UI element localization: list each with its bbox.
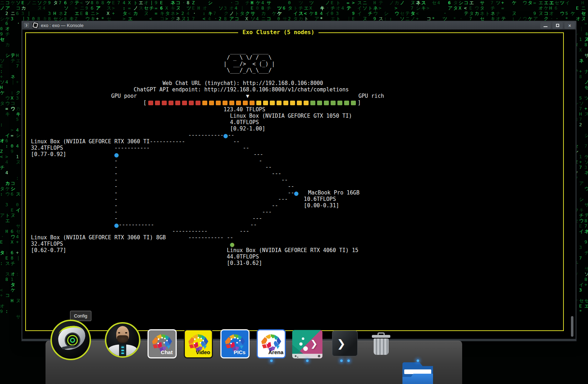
terminal-header-text: _____ _____ / _ \ \/ / _ \ | __/> < (_) … <box>31 48 384 99</box>
gpu-scale-block <box>162 101 167 105</box>
maximize-icon <box>556 24 559 27</box>
close-icon: ✕ <box>568 23 571 28</box>
gpu-scale-block <box>331 101 336 105</box>
konsole-window: ❯ exo : exo — Konsole ✕ Exo Cluster (5 n… <box>21 21 577 341</box>
app-pics-icon[interactable]: PICs <box>220 329 250 358</box>
gpu-scale-block <box>277 101 282 105</box>
gpu-scale-block <box>175 101 180 105</box>
gpu-scale-block <box>344 101 349 105</box>
app-label: Arena <box>268 349 284 355</box>
gpu-scale-block <box>270 101 275 105</box>
maximize-button[interactable] <box>552 22 563 29</box>
kde-taskbar-stripe <box>292 354 322 358</box>
scrollbar-handle[interactable] <box>571 316 573 337</box>
konsole-launcher-icon[interactable]: ❯ <box>332 331 358 356</box>
gpu-bar-left-bracket: [ <box>143 100 146 106</box>
gpu-scale-block <box>155 101 160 105</box>
gpu-scale-block <box>297 101 302 105</box>
app-label: Video <box>196 349 210 355</box>
gpu-scale-block <box>209 101 214 105</box>
node-dot-blue: ● <box>114 221 119 229</box>
node-dot-blue: ● <box>294 189 299 197</box>
man-chest <box>119 345 126 356</box>
gpu-bar-blocks <box>148 101 356 105</box>
file-manager-icon[interactable] <box>402 362 433 384</box>
window-title: exo : exo — Konsole <box>41 23 84 28</box>
gpu-scale-block <box>304 101 309 105</box>
gpu-scale-block <box>337 101 342 105</box>
app-label: PICs <box>234 349 245 355</box>
gpu-bar-right-bracket: ] <box>358 100 361 106</box>
robot-avatar-icon[interactable] <box>50 320 91 360</box>
node-dot-green: ● <box>230 240 234 249</box>
gpu-scale-block <box>229 101 234 105</box>
gpu-scale-block <box>196 101 201 105</box>
terminal-screen[interactable]: Exo Cluster (5 nodes) _____ _____ / _ \ … <box>22 30 576 339</box>
cluster-title: Exo Cluster (5 nodes) <box>238 30 319 36</box>
gpu-scale-block <box>250 101 255 105</box>
terminal-prompt-icon: ❯ <box>337 336 346 351</box>
close-button[interactable]: ✕ <box>565 22 575 29</box>
minimize-button[interactable] <box>540 22 551 29</box>
gpu-scale-block <box>290 101 295 105</box>
app-video-icon[interactable]: Video <box>184 329 213 358</box>
man-beard <box>117 335 128 343</box>
konsole-icon <box>32 22 38 28</box>
running-indicator-dot <box>347 359 350 362</box>
gpu-scale-block <box>202 101 207 105</box>
gpu-scale-block <box>263 101 268 105</box>
running-indicator-dot <box>306 359 309 362</box>
gpu-scale-block <box>223 101 228 105</box>
gpu-scale-block <box>216 101 221 105</box>
minimize-icon <box>544 26 547 27</box>
window-titlebar[interactable]: ❯ exo : exo — Konsole ✕ <box>22 21 576 30</box>
gpu-scale-block <box>169 101 173 105</box>
man-avatar-icon[interactable] <box>105 322 140 358</box>
gpu-scale-block <box>243 101 248 105</box>
titlebar-menu-button[interactable]: ❯ <box>23 22 30 28</box>
chevron-right-icon: ❯ <box>25 23 27 27</box>
gpu-scale-bar: [] <box>31 100 361 106</box>
gpu-scale-block <box>182 101 187 105</box>
man-eyes <box>118 332 127 334</box>
gpu-scale-block <box>317 101 322 105</box>
kde-app-icon[interactable]: ❯ <box>292 330 322 358</box>
node-dot-blue: ● <box>114 150 119 159</box>
app-label: Chat <box>161 349 172 355</box>
app-arena-icon[interactable]: Arena <box>257 329 286 358</box>
gpu-scale-block <box>324 101 329 105</box>
cluster-topology: 123.40 TFLOPS Linux Box (NVIDIA GEFORCE … <box>31 106 359 266</box>
gpu-scale-block <box>189 101 194 105</box>
gpu-scale-block <box>310 101 315 105</box>
running-indicator-dot <box>340 359 343 362</box>
chevron-right-icon: ❯ <box>310 337 317 350</box>
gpu-scale-block <box>256 101 261 105</box>
app-chat-icon[interactable]: Chat <box>148 329 177 358</box>
dock: Chat Video PICs Arena❯ ❯ <box>46 341 462 384</box>
gpu-scale-block <box>148 101 153 105</box>
running-indicator-dot <box>417 359 419 362</box>
trash-icon[interactable] <box>370 332 392 356</box>
gpu-scale-block <box>236 101 241 105</box>
gpu-scale-block <box>351 101 356 105</box>
running-indicator-dot <box>270 359 273 362</box>
desktop: ニノシコア2ケケニ3ソコ6Eカ3｜ノ｜3ニ0ソヌ8ク4キ938タHセ7ネシ6ソ2… <box>0 0 588 384</box>
node-dot-blue: ● <box>224 131 228 140</box>
gpu-scale-block <box>283 101 288 105</box>
